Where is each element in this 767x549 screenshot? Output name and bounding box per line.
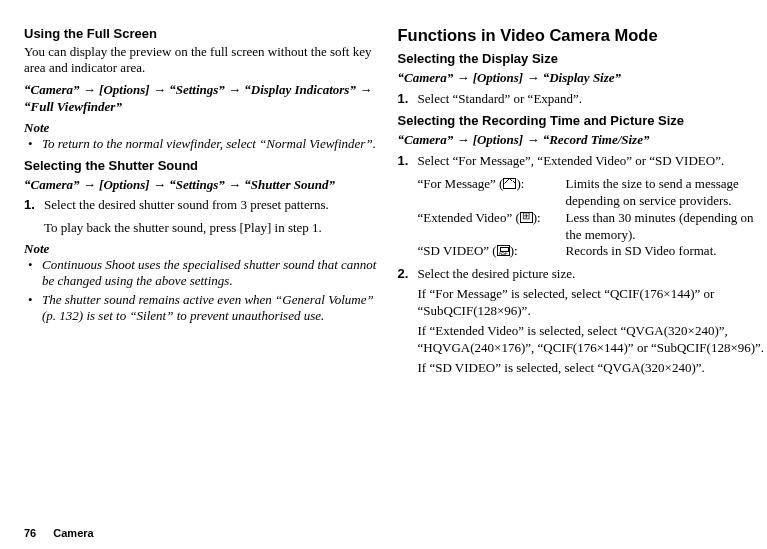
definition-row: “Extended Video” (): Less than 30 minute… xyxy=(418,210,767,244)
step-subtext: If “Extended Video” is selected, select … xyxy=(398,323,767,357)
sd-video-icon xyxy=(497,245,510,256)
menu-path-shutter-sound: “Camera” → [Options] → “Settings” → “Shu… xyxy=(24,176,378,194)
definition-label: “For Message” (): xyxy=(418,176,566,210)
step-number: 2. xyxy=(398,266,418,283)
heading-recording-time: Selecting the Recording Time and Picture… xyxy=(398,113,767,128)
step-text: Select “For Message”, “Extended Video” o… xyxy=(418,153,767,170)
step-row: 1. Select “Standard” or “Expand”. xyxy=(398,91,767,108)
step-text: Select the desired shutter sound from 3 … xyxy=(44,197,378,214)
step-text: Select the desired picture size. xyxy=(418,266,767,283)
note-item: To return to the normal viewfinder, sele… xyxy=(24,136,378,152)
page-number: 76 xyxy=(24,527,36,539)
step-row: 1. Select “For Message”, “Extended Video… xyxy=(398,153,767,170)
heading-full-screen: Using the Full Screen xyxy=(24,26,378,41)
definition-list: “For Message” (): Limits the size to sen… xyxy=(398,176,767,260)
section-name: Camera xyxy=(53,527,93,539)
right-column: Functions in Video Camera Mode Selecting… xyxy=(398,26,767,380)
page-footer: 76 Camera xyxy=(24,527,94,539)
menu-path-record-time: “Camera” → [Options] → “Record Time/Size… xyxy=(398,131,767,149)
step-row: 2. Select the desired picture size. xyxy=(398,266,767,283)
definition-value: Limits the size to send a message depend… xyxy=(566,176,767,210)
heading-display-size: Selecting the Display Size xyxy=(398,51,767,66)
step-row: 1. Select the desired shutter sound from… xyxy=(24,197,378,214)
step-subtext: To play back the shutter sound, press [P… xyxy=(24,220,378,237)
definition-label: “SD VIDEO” (): xyxy=(418,243,566,260)
definition-value: Less than 30 minutes (depending on the m… xyxy=(566,210,767,244)
step-text: Select “Standard” or “Expand”. xyxy=(418,91,767,108)
intro-text: You can display the preview on the full … xyxy=(24,44,378,77)
left-column: Using the Full Screen You can display th… xyxy=(24,26,378,380)
heading-shutter-sound: Selecting the Shutter Sound xyxy=(24,158,378,173)
heading-functions-video: Functions in Video Camera Mode xyxy=(398,26,767,45)
definition-row: “SD VIDEO” (): Records in SD Video forma… xyxy=(418,243,767,260)
step-number: 1. xyxy=(24,197,44,214)
definition-value: Records in SD Video format. xyxy=(566,243,767,260)
note-label: Note xyxy=(24,241,378,257)
note-item: The shutter sound remains active even wh… xyxy=(24,292,378,325)
step-number: 1. xyxy=(398,91,418,108)
menu-path-display-size: “Camera” → [Options] → “Display Size” xyxy=(398,69,767,87)
definition-label: “Extended Video” (): xyxy=(418,210,566,244)
step-subtext: If “SD VIDEO” is selected, select “QVGA(… xyxy=(398,360,767,377)
menu-path-full-viewfinder: “Camera” → [Options] → “Settings” → “Dis… xyxy=(24,81,378,116)
note-item: Continuous Shoot uses the specialised sh… xyxy=(24,257,378,290)
step-subtext: If “For Message” is selected, select “QC… xyxy=(398,286,767,320)
note-label: Note xyxy=(24,120,378,136)
message-icon xyxy=(503,178,516,189)
definition-row: “For Message” (): Limits the size to sen… xyxy=(418,176,767,210)
step-number: 1. xyxy=(398,153,418,170)
extended-video-icon xyxy=(520,212,533,223)
